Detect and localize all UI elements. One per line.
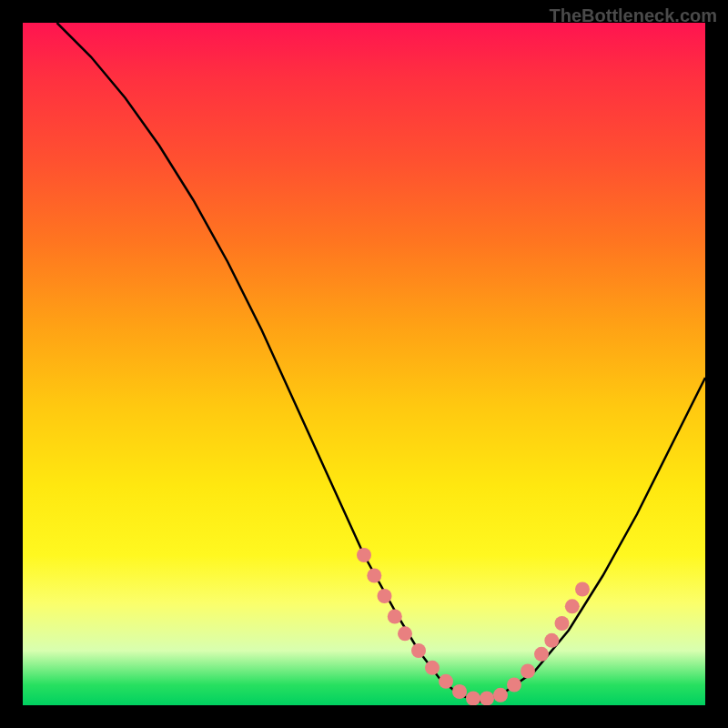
marker-dot	[466, 692, 480, 706]
marker-dot	[507, 678, 521, 693]
curve-svg	[23, 23, 705, 705]
marker-dot	[367, 569, 381, 583]
marker-dot	[357, 548, 371, 562]
marker-dot	[439, 674, 453, 689]
marker-dot	[555, 616, 570, 631]
marker-dot	[521, 664, 535, 679]
marker-dot	[544, 633, 559, 648]
marker-dot	[480, 692, 494, 706]
marker-dot	[452, 684, 467, 699]
marker-dot	[575, 582, 590, 597]
marker-dot	[398, 626, 412, 641]
marker-dot	[534, 647, 549, 662]
marker-dot	[425, 661, 440, 675]
marker-dot	[493, 688, 508, 703]
marker-dot	[388, 610, 402, 624]
watermark-text: TheBottleneck.com	[550, 5, 717, 26]
highlight-markers	[357, 548, 590, 705]
marker-dot	[378, 589, 392, 603]
marker-dot	[411, 643, 426, 658]
plot-area	[23, 23, 705, 705]
marker-dot	[565, 599, 580, 613]
chart-container: TheBottleneck.com	[0, 0, 728, 728]
